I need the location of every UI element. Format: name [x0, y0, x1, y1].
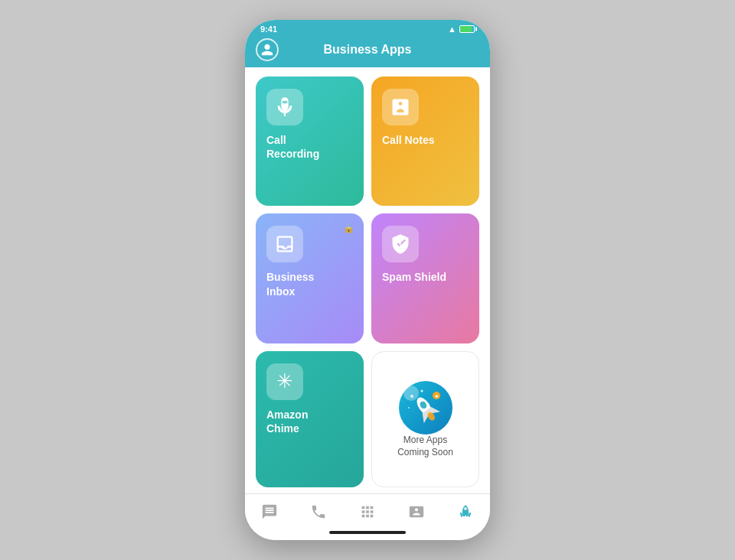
call-notes-label: Call Notes [382, 133, 434, 147]
svg-text:!: ! [399, 242, 401, 249]
amazon-chime-label: AmazonChime [266, 408, 308, 435]
tab-apps[interactable] [353, 500, 382, 523]
header: Business Apps [245, 37, 490, 67]
app-tile-call-recording[interactable]: CallRecording [256, 77, 364, 206]
app-tile-more-apps[interactable]: ✦ More AppsComing Soon [371, 351, 479, 487]
contacts-tab-icon [408, 503, 425, 520]
spam-shield-icon-wrap: ! [382, 226, 419, 262]
notes-icon [390, 96, 411, 118]
calls-tab-icon [310, 503, 327, 520]
avatar[interactable] [256, 38, 279, 61]
header-title: Business Apps [324, 43, 412, 57]
tab-calls[interactable] [304, 500, 333, 523]
apps-tab-icon [359, 503, 376, 520]
amazon-chime-icon-wrap: ✳ [266, 363, 303, 400]
spam-shield-label: Spam Shield [382, 270, 446, 284]
shield-icon: ! [390, 233, 411, 255]
svg-point-3 [408, 407, 410, 409]
rocket-graphic: ✦ [403, 385, 449, 431]
apps-grid: CallRecording Call Notes 🔒 BusinessInbox [245, 67, 490, 493]
tab-rocket[interactable] [451, 500, 480, 523]
signal-icon: ▲ [448, 24, 456, 34]
more-apps-rocket-circle: ✦ [399, 381, 452, 435]
battery-fill [460, 26, 472, 32]
svg-text:✦: ✦ [433, 393, 439, 400]
chime-icon: ✳ [276, 370, 293, 393]
business-inbox-label: BusinessInbox [266, 270, 314, 298]
app-tile-amazon-chime[interactable]: ✳ AmazonChime [256, 351, 364, 487]
home-indicator [245, 526, 490, 540]
tab-messages[interactable] [255, 500, 284, 523]
microphone-icon [274, 96, 296, 118]
tab-bar [245, 493, 490, 526]
battery-icon [459, 25, 475, 33]
call-recording-icon-wrap [266, 89, 303, 125]
phone-frame: 9:41 ▲ Business Apps CallRecording [245, 20, 490, 540]
more-apps-label: More AppsComing Soon [397, 435, 453, 458]
app-tile-call-notes[interactable]: Call Notes [371, 77, 479, 206]
inbox-icon [274, 233, 296, 255]
app-tile-business-inbox[interactable]: 🔒 BusinessInbox [256, 213, 364, 343]
messages-tab-icon [261, 503, 278, 520]
status-right: ▲ [448, 24, 475, 34]
svg-point-2 [420, 390, 423, 392]
tab-contacts[interactable] [402, 500, 431, 523]
status-bar: 9:41 ▲ [245, 20, 490, 37]
home-bar [329, 531, 406, 534]
rocket-tab-icon [457, 503, 474, 520]
status-time: 9:41 [260, 24, 277, 34]
call-notes-icon-wrap [382, 89, 419, 125]
business-inbox-icon-wrap [266, 226, 303, 262]
call-recording-label: CallRecording [266, 133, 319, 161]
svg-point-1 [410, 395, 413, 398]
lock-badge: 🔒 [343, 223, 354, 233]
app-tile-spam-shield[interactable]: ! Spam Shield [371, 213, 479, 343]
